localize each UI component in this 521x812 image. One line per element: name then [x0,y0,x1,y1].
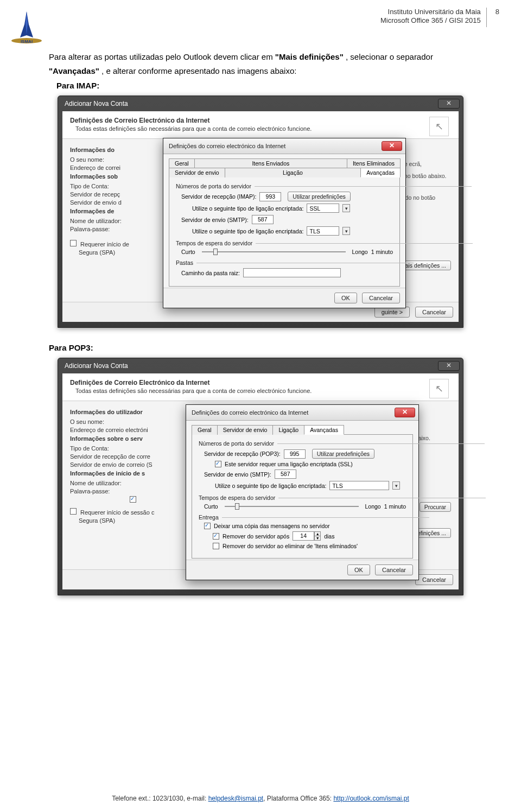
header-right: Instituto Universitário da Maia Microsof… [380,8,499,27]
footer-url-link[interactable]: http://outlook.com/ismai.pt [333,795,409,802]
spa-line2-pop: Segura (SPA) [79,517,184,524]
remember-checkbox[interactable] [130,496,136,503]
enc-recv-combo[interactable]: SSL [307,204,339,213]
timeout-value-pop: 1 minuto [384,503,406,510]
cursor-icon: ↖ [429,117,449,136]
section-user: Informações do [70,147,162,153]
tab-advanced[interactable]: Avançadas [360,168,401,177]
screenshot-imap: Adicionar Nova Conta ✕ Definições de Cor… [58,96,463,328]
root-input[interactable] [243,268,341,277]
type-label: Tipo de Conta: [70,183,162,189]
inner-footer-pop: OK Cancelar [186,560,418,580]
spinner-up-icon[interactable]: ▲ [315,532,320,536]
leave-copy-checkbox[interactable] [204,523,211,529]
spinner-down-icon[interactable]: ▼ [315,536,320,540]
ok-button[interactable]: OK [334,293,357,303]
remove-on-delete-checkbox[interactable] [213,543,219,549]
cancel-button[interactable]: Cancelar [362,293,400,303]
pass-label-pop: Palavra-passe: [70,488,184,494]
send-smtp-input[interactable]: 587 [252,215,274,224]
cancel-button-pop[interactable]: Cancelar [415,574,453,585]
close-icon[interactable]: ✕ [438,361,460,371]
timeout-slider[interactable] [202,251,346,252]
spa-label-pop: Requerer início de sessão c [80,509,154,516]
screenshot-pop3: Adicionar Nova Conta ✕ Definições de Cor… [58,358,463,595]
tab-outgoing[interactable]: Servidor de envio [169,168,225,177]
name-label-pop: O seu nome: [70,418,184,425]
spa-label: Requerer início de [80,241,129,248]
defaults-button-pop[interactable]: Utilizar predefinições [312,449,374,459]
inner-title-pop: Definições do correio electrónico da Int… [192,409,308,416]
section-delivery: Entrega [199,514,406,521]
recv-pop-label: Servidor de recepção (POP3): [204,451,281,457]
ok-button-pop[interactable]: OK [347,564,370,575]
days-input[interactable]: 14 [293,531,314,541]
ismai-logo: ISMAI [8,8,46,46]
spa-checkbox-pop[interactable] [70,508,77,515]
days-spinner[interactable]: 14 ▲▼ [293,531,321,541]
browse-button[interactable]: Procurar [420,502,451,512]
timeout-long-pop: Longo [365,503,381,510]
chevron-down-icon[interactable]: ▾ [342,227,350,235]
leave-copy-label: Deixar uma cópia das mensagens no servid… [214,523,330,529]
inner-titlebar: Definições do correio electrónico da Int… [163,138,405,154]
page-header: ISMAI Instituto Universitário da Maia Mi… [0,0,521,50]
spa-checkbox[interactable] [70,240,77,246]
close-icon[interactable]: ✕ [438,99,460,109]
inner-title: Definições do correio electrónico da Int… [169,143,285,149]
tab-general[interactable]: Geral [169,158,195,168]
inner-close-icon[interactable]: ✕ [382,141,402,151]
timeout-slider-pop[interactable] [225,506,359,507]
enc-send-combo[interactable]: TLS [307,226,339,236]
email-label-pop: Endereço de correio electróni [70,427,184,433]
chevron-down-icon[interactable]: ▾ [392,481,400,490]
section-timeouts: Tempos de espera do servidor [176,240,393,246]
section-timeouts-pop: Tempos de espera do servidor [199,494,406,501]
intro-part1: Para alterar as portas utilizadas pelo O… [49,52,275,61]
recv-imap-label: Servidor de recepção (IMAP): [181,193,256,200]
tab-deleted[interactable]: Itens Eliminados [347,158,401,168]
days-unit: dias [324,533,334,540]
wizard-header-title-pop: Definições de Correio Electrónico da Int… [70,379,451,386]
inner-titlebar-pop: Definições do correio electrónico da Int… [186,405,418,421]
cancel-button[interactable]: Cancelar [415,307,453,318]
enc-send-combo-pop[interactable]: TLS [329,481,389,490]
user-label: Nome de utilizador: [70,218,162,224]
heading-imap: Para IMAP: [56,81,472,90]
remove-after-checkbox[interactable] [213,533,219,540]
remove-on-delete-label: Remover do servidor ao eliminar de 'Iten… [223,543,358,549]
next-button[interactable]: guinte > [374,307,410,318]
timeout-short: Curto [181,249,195,255]
enc-recv-label: Utilize o seguinte tipo de ligação encri… [192,205,303,212]
tab-advanced-pop[interactable]: Avançadas [304,425,344,435]
tab-content: Números de porta do servidor Servidor de… [169,177,400,287]
intro-paragraph: Para alterar as portas utilizadas pelo O… [49,50,472,78]
timeout-value: 1 minuto [371,249,393,255]
wizard-header: Definições de Correio Electrónico da Int… [62,111,459,139]
footer-email-link[interactable]: helpdesk@ismai.pt [208,795,264,802]
page-footer: Telefone ext.: 1023/1030, e-mail: helpde… [0,795,521,802]
send-smtp-label: Servidor de envio (SMTP): [181,217,249,223]
recv-imap-input[interactable]: 993 [259,192,281,201]
intro-bold2: "Avançadas" [49,66,99,75]
defaults-button[interactable]: Utilizar predefinições [288,192,350,201]
advanced-dialog-pop: Definições do correio electrónico da Int… [186,404,419,580]
chevron-down-icon[interactable]: ▾ [342,204,350,212]
wizard-header-pop: Definições de Correio Electrónico da Int… [62,373,459,401]
tab-sent[interactable]: Itens Enviados [194,158,347,168]
enc-send-label: Utilize o seguinte tipo de ligação encri… [192,228,303,234]
send-smtp-input-pop[interactable]: 587 [275,470,296,479]
ssl-checkbox[interactable] [215,461,221,467]
wizard-header-sub-pop: Todas estas definições são necessárias p… [75,388,451,394]
tab-connection-pop[interactable]: Ligação [272,425,304,435]
wizard-header-sub: Todas estas definições são necessárias p… [75,125,451,132]
cancel-button-pop[interactable]: Cancelar [375,564,413,575]
wizard-title: Adicionar Nova Conta [65,100,128,107]
tab-connection[interactable]: Ligação [225,168,361,177]
recv-pop-input[interactable]: 995 [284,449,306,459]
root-label: Caminho da pasta raiz: [181,270,240,276]
page-number: 8 [492,8,499,16]
inner-close-icon[interactable]: ✕ [395,408,415,417]
tab-general-pop[interactable]: Geral [192,425,218,435]
tab-outgoing-pop[interactable]: Servidor de envio [217,425,274,435]
